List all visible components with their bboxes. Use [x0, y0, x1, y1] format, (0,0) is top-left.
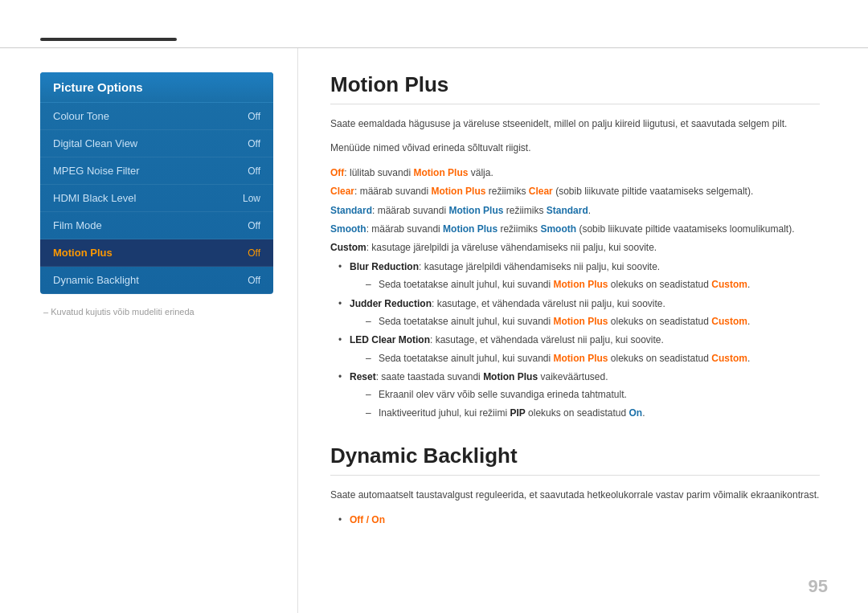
menu-item-value: Off — [248, 138, 260, 149]
def-off: Off: lülitab suvandi Motion Plus välja. — [330, 165, 820, 181]
content-area: Motion Plus Saate eemaldada hägususe ja … — [297, 48, 868, 613]
sidebar-item-dynamic-backlight[interactable]: Dynamic Backlight Off — [40, 267, 273, 294]
layout: Picture Options Colour Tone Off Digital … — [0, 48, 868, 613]
menu-item-value: Low — [243, 193, 260, 204]
reset-sub-item1: Ekraanil olev värv võib selle suvandiga … — [366, 386, 820, 403]
offon-label: Off / On — [350, 514, 385, 525]
off-text: : lülitab suvandi — [344, 167, 413, 178]
judder-sub: Seda toetatakse ainult juhul, kui suvand… — [350, 313, 820, 329]
menu-item-label: Colour Tone — [53, 110, 109, 122]
sidebar-item-film-mode[interactable]: Film Mode Off — [40, 212, 273, 239]
standard-val: Standard — [547, 205, 588, 216]
def-clear: Clear: määrab suvandi Motion Plus režiim… — [330, 183, 820, 199]
top-bar — [0, 0, 868, 48]
menu-item-label: MPEG Noise Filter — [53, 165, 140, 177]
bullet-reset: Reset: saate taastada suvandi Motion Plu… — [338, 369, 820, 421]
section-dynamic-backlight: Dynamic Backlight Saate automaatselt tau… — [330, 443, 820, 528]
off-brand: Motion Plus — [413, 167, 468, 178]
menu-item-value: Off — [248, 166, 260, 177]
clear-mid: režiimiks — [485, 186, 528, 197]
menu-item-value: Off — [248, 111, 260, 122]
blur-text: : kasutage järelpildi vähendamiseks nii … — [419, 261, 660, 272]
led-custom-val: Custom — [711, 353, 747, 364]
reset-sub-item2: Inaktiveeritud juhul, kui režiimi PIP ol… — [366, 405, 820, 421]
clear-brand: Motion Plus — [431, 186, 485, 197]
def-standard: Standard: määrab suvandi Motion Plus rež… — [330, 202, 820, 219]
off-label: Off — [330, 167, 344, 178]
menu-item-value: Off — [248, 247, 260, 259]
sidebar-item-motion-plus[interactable]: Motion Plus Off — [40, 239, 273, 267]
motion-plus-bullets: Blur Reduction: kasutage järelpildi vähe… — [330, 259, 820, 422]
section2-title: Dynamic Backlight — [330, 443, 820, 476]
sidebar-item-mpeg-noise-filter[interactable]: MPEG Noise Filter Off — [40, 157, 273, 185]
menu-item-value: Off — [248, 220, 260, 231]
top-bar-line — [40, 38, 177, 41]
menu-item-label: Motion Plus — [53, 247, 113, 259]
blur-motion-brand: Motion Plus — [553, 279, 608, 290]
off-end: välja. — [468, 167, 493, 178]
reset-text: : saate taastada suvandi Motion Plus vai… — [376, 371, 608, 382]
menu-item-label: Film Mode — [53, 219, 102, 231]
section1-intro1: Saate eemaldada hägususe ja väreluse sts… — [330, 116, 820, 132]
bullet-judder: Judder Reduction: kasutage, et vähendada… — [338, 296, 820, 330]
menu-item-value: Off — [248, 275, 260, 286]
led-label: LED Clear Motion — [350, 334, 430, 345]
smooth-text: : määrab suvandi — [366, 223, 443, 235]
section2-intro: Saate automaatselt taustavalgust regulee… — [330, 487, 820, 503]
dynamic-bullets: Off / On — [330, 512, 820, 528]
menu-item-label: Dynamic Backlight — [53, 274, 139, 286]
bullet-blur: Blur Reduction: kasutage järelpildi vähe… — [338, 259, 820, 293]
smooth-mid: režiimiks — [497, 223, 540, 235]
sidebar-title: Picture Options — [40, 72, 273, 103]
menu-items-container: Colour Tone Off Digital Clean View Off M… — [40, 103, 273, 294]
dynamic-bullet-offon: Off / On — [338, 512, 820, 528]
blur-sub: Seda toetatakse ainult juhul, kui suvand… — [350, 276, 820, 292]
judder-motion-brand: Motion Plus — [553, 316, 608, 327]
standard-text: : määrab suvandi — [372, 205, 448, 216]
smooth-end: (sobib liikuvate piltide vaatamiseks loo… — [576, 223, 794, 235]
judder-sub-item: Seda toetatakse ainult juhul, kui suvand… — [366, 313, 820, 329]
clear-end: (sobib liikuvate piltide vaatamiseks sel… — [553, 186, 753, 197]
reset-sub: Ekraanil olev värv võib selle suvandiga … — [350, 386, 820, 421]
def-custom: Custom: kasutage järelpildi ja väreluse … — [330, 239, 820, 255]
custom-label: Custom — [330, 242, 366, 253]
custom-text: : kasutage järelpildi ja väreluse vähend… — [366, 242, 657, 253]
sidebar-item-digital-clean-view[interactable]: Digital Clean View Off — [40, 130, 273, 157]
clear-text: : määrab suvandi — [354, 186, 431, 197]
judder-label: Judder Reduction — [350, 298, 432, 309]
bullet-led: LED Clear Motion: kasutage, et vähendada… — [338, 332, 820, 366]
sidebar-item-hdmi-black-level[interactable]: HDMI Black Level Low — [40, 185, 273, 212]
sidebar-item-colour-tone[interactable]: Colour Tone Off — [40, 103, 273, 130]
judder-text: : kasutage, et vähendada värelust nii pa… — [432, 298, 665, 309]
menu-item-label: HDMI Black Level — [53, 192, 136, 204]
blur-sub-item: Seda toetatakse ainult juhul, kui suvand… — [366, 276, 820, 292]
standard-brand: Motion Plus — [448, 205, 503, 216]
blur-label: Blur Reduction — [350, 261, 419, 272]
smooth-label: Smooth — [330, 223, 366, 235]
standard-label: Standard — [330, 205, 372, 216]
section1-intro2: Menüüde nimed võivad erineda sõltuvalt r… — [330, 140, 820, 156]
sidebar-panel: Picture Options Colour Tone Off Digital … — [40, 72, 273, 294]
sidebar: Picture Options Colour Tone Off Digital … — [0, 48, 297, 613]
section-motion-plus: Motion Plus Saate eemaldada hägususe ja … — [330, 72, 820, 421]
led-sub-item: Seda toetatakse ainult juhul, kui suvand… — [366, 350, 820, 366]
reset-label: Reset — [350, 371, 376, 382]
led-sub: Seda toetatakse ainult juhul, kui suvand… — [350, 350, 820, 366]
led-text: : kasutage, et vähendada värelust nii pa… — [430, 334, 664, 345]
clear-val: Clear — [529, 186, 553, 197]
page-number: 95 — [809, 576, 828, 597]
smooth-brand: Motion Plus — [443, 223, 497, 235]
def-smooth: Smooth: määrab suvandi Motion Plus režii… — [330, 221, 820, 237]
smooth-val: Smooth — [540, 223, 576, 235]
standard-mid: režiimiks — [503, 205, 546, 216]
judder-custom-val: Custom — [711, 316, 747, 327]
blur-custom-val: Custom — [711, 279, 747, 290]
menu-item-label: Digital Clean View — [53, 137, 137, 149]
standard-end: . — [588, 205, 591, 216]
led-motion-brand: Motion Plus — [553, 353, 608, 364]
clear-label: Clear — [330, 186, 354, 197]
section1-title: Motion Plus — [330, 72, 820, 104]
sidebar-note: – Kuvatud kujutis võib mudeliti erineda — [40, 294, 273, 317]
